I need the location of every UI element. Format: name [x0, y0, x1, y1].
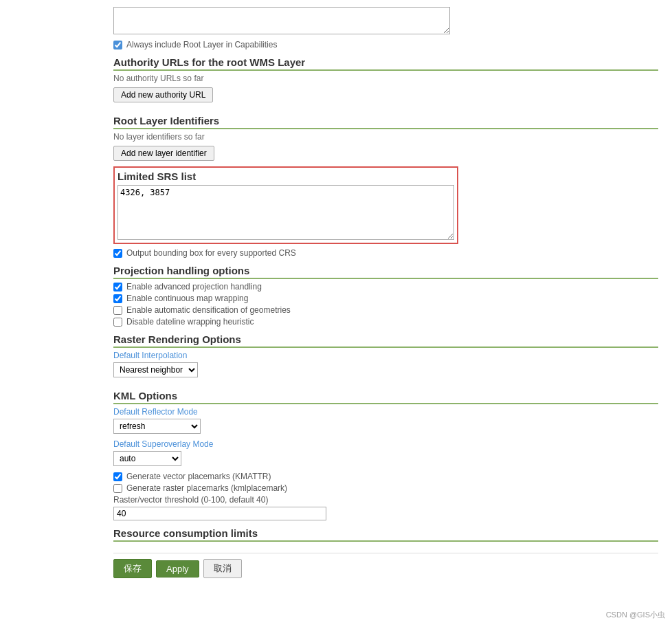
cancel-button[interactable]: 取消: [203, 559, 242, 578]
reflector-label: Default Reflector Mode: [113, 407, 658, 417]
output-bbox-checkbox[interactable]: [113, 249, 122, 258]
proj-option-0: Enable advanced projection handling: [113, 282, 658, 292]
authority-urls-title: Authority URLs for the root WMS Layer: [113, 56, 658, 71]
projection-section: Projection handling options Enable advan…: [113, 265, 658, 327]
projection-section-title: Projection handling options: [113, 265, 658, 279]
apply-button[interactable]: Apply: [156, 560, 199, 578]
output-bbox-label: Output bounding box for every supported …: [126, 248, 296, 258]
raster-section: Raster Rendering Options Default Interpo…: [113, 333, 658, 383]
kml-vector-placemark-row: Generate vector placemarks (KMATTR): [113, 472, 658, 481]
limited-srs-title: Limited SRS list: [117, 170, 454, 182]
authority-urls-section: Authority URLs for the root WMS Layer No…: [113, 56, 658, 108]
proj-option-1: Enable continuous map wrapping: [113, 294, 658, 303]
kml-section-title: KML Options: [113, 390, 658, 404]
root-layer-identifiers-section: Root Layer Identifiers No layer identifi…: [113, 115, 658, 166]
kml-raster-placemark-label: Generate raster placemarks (kmlplacemark…: [126, 483, 287, 493]
always-include-root-checkbox[interactable]: [113, 41, 122, 50]
authority-urls-empty-text: No authority URLs so far: [113, 74, 658, 83]
always-include-root-label: Always include Root Layer in Capabilitie…: [126, 40, 277, 50]
limited-srs-textarea[interactable]: 4326, 3857: [117, 185, 454, 240]
reflector-select[interactable]: refresh minRefreshPeriod hide: [113, 419, 201, 434]
proj-option-2: Enable automatic densification of geomet…: [113, 305, 658, 315]
resource-section-title: Resource consumption limits: [113, 527, 658, 542]
kml-vector-placemark-label: Generate vector placemarks (KMATTR): [126, 472, 271, 481]
interpolation-select[interactable]: Nearest neighbor Bilinear Bicubic: [113, 362, 198, 377]
root-layer-identifiers-empty-text: No layer identifiers so far: [113, 132, 658, 142]
proj-checkbox-2[interactable]: [113, 306, 122, 315]
proj-checkbox-3[interactable]: [113, 318, 122, 327]
proj-option-3: Disable dateline wrapping heuristic: [113, 317, 658, 327]
proj-label-1: Enable continuous map wrapping: [126, 294, 248, 303]
add-layer-identifier-button[interactable]: Add new layer identifier: [113, 146, 214, 161]
output-bbox-row: Output bounding box for every supported …: [113, 248, 658, 258]
always-include-root-row: Always include Root Layer in Capabilitie…: [113, 40, 658, 50]
proj-label-0: Enable advanced projection handling: [126, 282, 262, 292]
proj-checkbox-1[interactable]: [113, 294, 122, 303]
root-layer-identifiers-title: Root Layer Identifiers: [113, 115, 658, 129]
top-textarea-section: [113, 7, 658, 34]
add-authority-url-button[interactable]: Add new authority URL: [113, 87, 213, 102]
proj-checkbox-0[interactable]: [113, 283, 122, 292]
kml-raster-placemark-checkbox[interactable]: [113, 484, 122, 493]
limited-srs-box: Limited SRS list 4326, 3857: [113, 166, 458, 244]
kml-vector-placemark-checkbox[interactable]: [113, 472, 122, 481]
proj-label-2: Enable automatic densification of geomet…: [126, 305, 291, 315]
kml-section: KML Options Default Reflector Mode refre…: [113, 390, 658, 520]
resource-section: Resource consumption limits: [113, 527, 658, 542]
top-textarea-input[interactable]: [113, 7, 450, 34]
threshold-input[interactable]: [113, 507, 326, 520]
superoverlay-label: Default Superoverlay Mode: [113, 439, 658, 449]
threshold-label: Raster/vector threshold (0-100, default …: [113, 495, 658, 505]
save-button[interactable]: 保存: [113, 559, 152, 578]
kml-raster-placemark-row: Generate raster placemarks (kmlplacemark…: [113, 483, 658, 493]
interpolation-label: Default Interpolation: [113, 351, 658, 360]
superoverlay-select[interactable]: auto cached superoverlay overview hybrid: [113, 451, 181, 466]
proj-label-3: Disable dateline wrapping heuristic: [126, 317, 254, 327]
footer-bar: 保存 Apply 取消: [113, 553, 658, 584]
raster-section-title: Raster Rendering Options: [113, 333, 658, 348]
